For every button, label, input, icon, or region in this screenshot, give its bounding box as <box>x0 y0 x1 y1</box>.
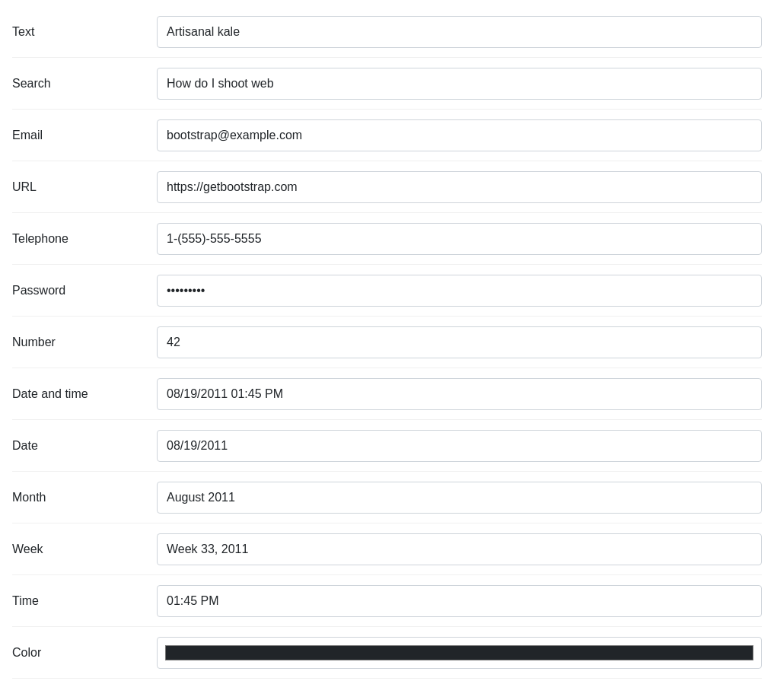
label-telephone: Telephone <box>12 232 157 246</box>
input-week[interactable] <box>157 533 762 565</box>
color-input-wrapper <box>157 637 762 669</box>
label-month: Month <box>12 491 157 504</box>
input-password[interactable] <box>157 275 762 307</box>
label-color: Color <box>12 646 157 660</box>
label-email: Email <box>12 129 157 142</box>
form-row-url: URL <box>12 161 762 213</box>
label-url: URL <box>12 180 157 194</box>
label-week: Week <box>12 542 157 556</box>
form-row-telephone: Telephone <box>12 213 762 265</box>
input-datetime[interactable] <box>157 378 762 410</box>
form-row-text: Text <box>12 6 762 58</box>
form-row-color: Color <box>12 627 762 679</box>
input-color[interactable] <box>164 642 755 663</box>
input-email[interactable] <box>157 119 762 151</box>
input-date[interactable] <box>157 430 762 462</box>
label-search: Search <box>12 77 157 91</box>
form-row-email: Email <box>12 110 762 161</box>
form-row-week: Week <box>12 523 762 575</box>
form-row-number: Number <box>12 317 762 368</box>
label-password: Password <box>12 284 157 298</box>
label-datetime: Date and time <box>12 387 157 401</box>
input-url[interactable] <box>157 171 762 203</box>
input-telephone[interactable] <box>157 223 762 255</box>
form-container: TextSearchEmailURLTelephonePasswordNumbe… <box>12 6 762 679</box>
form-row-search: Search <box>12 58 762 110</box>
input-number[interactable] <box>157 326 762 358</box>
label-number: Number <box>12 336 157 349</box>
input-search[interactable] <box>157 68 762 100</box>
form-row-datetime: Date and time <box>12 368 762 420</box>
label-time: Time <box>12 594 157 608</box>
form-row-password: Password <box>12 265 762 317</box>
form-row-month: Month <box>12 472 762 523</box>
input-text[interactable] <box>157 16 762 48</box>
label-date: Date <box>12 439 157 453</box>
form-row-date: Date <box>12 420 762 472</box>
form-row-time: Time <box>12 575 762 627</box>
input-month[interactable] <box>157 482 762 514</box>
label-text: Text <box>12 25 157 39</box>
input-time[interactable] <box>157 585 762 617</box>
